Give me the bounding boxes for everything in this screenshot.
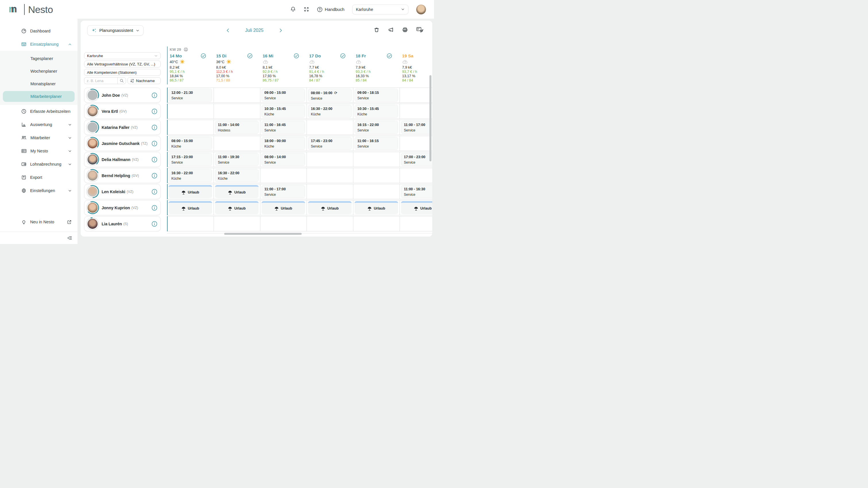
schedule-cell[interactable]: 09:00 - 15:00Service: [260, 88, 307, 103]
employee-card-bernd-helpling[interactable]: Bernd Helpling(GV): [84, 168, 161, 183]
shift-chip[interactable]: 16:30 - 22:00Küche: [308, 105, 352, 118]
schedule-cell[interactable]: [353, 216, 400, 232]
handbuch-link[interactable]: Handbuch: [317, 7, 344, 12]
day-check-icon[interactable]: [293, 53, 299, 59]
contracts-filter-select[interactable]: Alle Vertragsverhältnisse (VZ, TZ, GV, .…: [84, 61, 161, 67]
shift-chip[interactable]: 10:30 - 15:45Küche: [261, 105, 305, 118]
schedule-cell[interactable]: Urlaub: [214, 184, 260, 199]
absence-chip[interactable]: Urlaub: [354, 201, 398, 214]
shift-chip[interactable]: 11:00 - 17:00Service: [401, 121, 432, 134]
announce-megaphone-icon[interactable]: [388, 27, 394, 33]
shift-chip[interactable]: 11:00 - 16:30Service: [401, 185, 432, 198]
shift-chip[interactable]: 10:30 - 15:45Küche: [354, 105, 398, 118]
schedule-cell[interactable]: 11:00 - 19:30Service: [214, 152, 260, 167]
sidebar-item-einsatzplanung[interactable]: Einsatzplanung: [0, 38, 78, 51]
schedule-cell[interactable]: Urlaub: [214, 200, 260, 215]
schedule-cell[interactable]: [400, 136, 432, 151]
schedule-cell[interactable]: [353, 152, 400, 167]
schedule-cell[interactable]: 16:30 - 22:00Küche: [214, 168, 260, 183]
sidebar-subitem-mitarbeiterplaner[interactable]: Mitarbeiterplaner: [3, 91, 74, 102]
schedule-cell[interactable]: [307, 216, 353, 232]
day-check-icon[interactable]: [340, 53, 346, 59]
schedule-cell[interactable]: 10:30 - 15:45Küche: [353, 103, 400, 119]
schedule-cell[interactable]: [214, 103, 260, 119]
schedule-cell[interactable]: Urlaub: [167, 184, 214, 199]
collapse-sidebar-icon[interactable]: [67, 235, 72, 241]
schedule-cell[interactable]: 11:00 - 17:00Service: [400, 120, 432, 135]
employee-card-katarina-faller[interactable]: Katarina Faller(VZ): [84, 120, 161, 135]
sort-button[interactable]: AZ Nachname: [127, 77, 161, 84]
shift-chip[interactable]: 17:45 - 23:00Service: [308, 137, 352, 150]
shift-chip[interactable]: 11:00 - 16:45Service: [261, 121, 305, 134]
info-icon[interactable]: [151, 221, 158, 227]
info-icon[interactable]: [151, 141, 158, 147]
schedule-cell[interactable]: [214, 216, 260, 232]
notifications-bell-icon[interactable]: [290, 6, 296, 12]
schedule-cell[interactable]: 16:30 - 22:00Küche: [167, 168, 214, 183]
employee-search-input[interactable]: [84, 77, 117, 84]
info-icon[interactable]: [151, 156, 158, 163]
sidebar-item-erfasste-arbeitszeiten[interactable]: Erfasste Arbeitszeiten: [0, 105, 78, 118]
schedule-cell[interactable]: 11:00 - 17:00Service: [260, 184, 307, 199]
fullscreen-icon[interactable]: [304, 7, 309, 12]
competences-filter-select[interactable]: Alle Kompetenzen (Stationen): [84, 69, 161, 76]
next-month-button[interactable]: [278, 28, 283, 33]
employee-card-john-doe[interactable]: John Doe(VZ): [84, 88, 161, 103]
shift-chip[interactable]: 11:00 - 14:00Hostess: [215, 121, 259, 134]
schedule-cell[interactable]: 11:00 - 16:45Service: [260, 120, 307, 135]
info-icon[interactable]: [151, 92, 158, 98]
schedule-cell[interactable]: [353, 168, 400, 183]
schedule-cell[interactable]: 16:30 - 22:00Küche: [307, 103, 353, 119]
absence-chip[interactable]: Urlaub: [215, 201, 259, 214]
schedule-cell[interactable]: 10:30 - 15:45Küche: [260, 103, 307, 119]
schedule-cell[interactable]: [167, 120, 214, 135]
employee-card-lia-laurén[interactable]: Lia Laurén(S): [84, 216, 161, 232]
shift-chip[interactable]: 17:00 - 23:00Service: [401, 153, 432, 166]
info-icon[interactable]: [151, 124, 158, 131]
shift-chip[interactable]: 18:00 - 00:00Küche: [261, 137, 305, 150]
schedule-cell[interactable]: [167, 216, 214, 232]
sidebar-item-export[interactable]: Export: [0, 171, 78, 184]
schedule-cell[interactable]: [307, 152, 353, 167]
sidebar-item-auswertung[interactable]: Auswertung: [0, 118, 78, 131]
employee-card-delia-hallmann[interactable]: Delia Hallmann(VZ): [84, 152, 161, 167]
shift-chip[interactable]: 11:00 - 19:30Service: [215, 153, 259, 166]
employee-card-len-koleiski[interactable]: Len Koleiski(VZ): [84, 184, 161, 199]
schedule-cell[interactable]: [260, 216, 307, 232]
shift-chip[interactable]: 17:15 - 23:00Service: [168, 153, 212, 166]
absence-chip[interactable]: Urlaub: [261, 201, 305, 214]
schedule-cell[interactable]: Urlaub: [400, 200, 432, 215]
absence-chip[interactable]: Urlaub: [401, 201, 432, 214]
absence-chip[interactable]: Urlaub: [308, 201, 352, 214]
shift-chip[interactable]: 08:00 - 16:00⟳Service: [308, 89, 352, 102]
schedule-cell[interactable]: Urlaub: [353, 200, 400, 215]
location-filter-select[interactable]: Karlsruhe: [84, 52, 161, 59]
shift-chip[interactable]: 09:00 - 15:00Service: [261, 89, 305, 102]
schedule-cell[interactable]: [214, 88, 260, 103]
shift-chip[interactable]: 16:30 - 22:00Küche: [168, 169, 212, 182]
print-icon[interactable]: [402, 27, 408, 33]
publish-schedule-icon[interactable]: [416, 27, 424, 33]
employee-card-jonny-kuprion[interactable]: Jonny Kuprion(VZ): [84, 200, 161, 215]
schedule-cell[interactable]: 11:00 - 16:30Service: [400, 184, 432, 199]
user-avatar[interactable]: [416, 5, 426, 14]
sidebar-item-mitarbeiter[interactable]: Mitarbeiter: [0, 131, 78, 144]
planning-assistant-button[interactable]: Planungsassistent: [87, 25, 144, 36]
schedule-cell[interactable]: Urlaub: [260, 200, 307, 215]
schedule-cell[interactable]: [400, 88, 432, 103]
shift-chip[interactable]: 16:30 - 22:00Küche: [215, 169, 259, 182]
schedule-cell[interactable]: [167, 103, 214, 119]
schedule-cell[interactable]: Urlaub: [307, 200, 353, 215]
absence-chip[interactable]: Urlaub: [168, 201, 212, 214]
info-icon[interactable]: [151, 189, 158, 195]
schedule-cell[interactable]: 16:15 - 22:00Service: [353, 120, 400, 135]
schedule-cell[interactable]: [400, 103, 432, 119]
schedule-cell[interactable]: 18:00 - 00:00Küche: [260, 136, 307, 151]
schedule-cell[interactable]: [260, 168, 307, 183]
schedule-cell[interactable]: [400, 168, 432, 183]
schedule-cell[interactable]: 12:00 - 21:30Service: [167, 88, 214, 103]
day-check-icon[interactable]: [386, 53, 392, 59]
schedule-cell[interactable]: 17:15 - 23:00Service: [167, 152, 214, 167]
info-icon[interactable]: [151, 108, 158, 115]
sidebar-item-lohnabrechnung[interactable]: Lohnabrechnung: [0, 158, 78, 171]
